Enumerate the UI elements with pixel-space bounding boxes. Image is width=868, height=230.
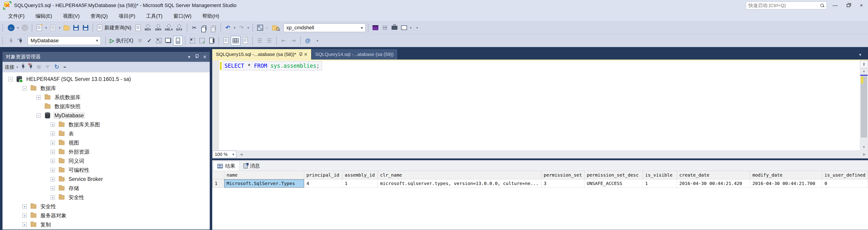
tree-item-14[interactable]: +安全性	[2, 202, 210, 211]
combo-dropdown-icon[interactable]: ▼	[360, 26, 364, 30]
grid-cell-permission_set[interactable]: 3	[541, 179, 585, 188]
tree-item-3[interactable]: 数据库快照	[2, 102, 210, 111]
results-grid[interactable]: nameprincipal_idassembly_idclr_namepermi…	[212, 171, 868, 188]
pin-icon[interactable]	[195, 54, 198, 60]
specify-template-values-button[interactable]: @	[303, 36, 313, 46]
results-tab-grid[interactable]: 结果	[213, 161, 240, 171]
results-to-text-button[interactable]	[221, 36, 231, 46]
save-button[interactable]	[71, 23, 81, 32]
comment-button[interactable]: ☰	[255, 36, 265, 46]
oe-refresh-icon[interactable]: ↻	[54, 63, 59, 70]
oe-activity-monitor-icon[interactable]: ⌁	[63, 64, 66, 70]
database-engine-query-button[interactable]	[133, 23, 143, 32]
expand-icon[interactable]: +	[51, 195, 55, 200]
toolbar-grip[interactable]	[2, 37, 4, 45]
grid-cell-create_date[interactable]: 2016-04-30 00:44:21.420	[677, 179, 750, 188]
execute-button[interactable]: ▷ 执行(X)	[110, 37, 133, 44]
expand-icon[interactable]: +	[51, 141, 55, 145]
new-item-dropdown[interactable]: ▾	[44, 26, 48, 30]
find-in-files-button[interactable]	[272, 23, 282, 32]
grid-column-header-name[interactable]: name	[224, 171, 304, 179]
grid-cell-permission_set_desc[interactable]: UNSAFE_ACCESS	[584, 179, 643, 188]
panel-menu-dropdown[interactable]: ▾	[188, 54, 190, 60]
tree-item-5[interactable]: +数据库关系图	[2, 120, 210, 129]
collapse-icon[interactable]: −	[36, 113, 41, 118]
grid-cell-modify_date[interactable]: 2016-04-30 00:44:21.700	[750, 179, 822, 188]
results-to-file-button[interactable]	[240, 36, 250, 46]
window-dropdown[interactable]: ▾	[409, 26, 413, 30]
new-query-button[interactable]: 新建查询(N)	[95, 23, 133, 32]
navigate-forward-button[interactable]: →	[20, 23, 30, 32]
search-icon[interactable]	[820, 3, 824, 7]
grid-column-header-is_visible[interactable]: is_visible	[643, 171, 677, 179]
tree-item-12[interactable]: +存储	[2, 184, 210, 193]
expand-icon[interactable]: +	[23, 204, 27, 209]
expand-icon[interactable]: +	[51, 150, 55, 154]
menu-item-7[interactable]: 帮助(H)	[197, 11, 225, 21]
paste-button[interactable]	[209, 23, 218, 32]
grid-cell-clr_name[interactable]: microsoft.sqlserver.types, version=13.0.…	[378, 179, 541, 188]
menu-item-2[interactable]: 视图(V)	[57, 11, 85, 21]
grid-column-header-principal_id[interactable]: principal_id	[304, 171, 343, 179]
display-estimated-plan-button[interactable]	[154, 36, 164, 46]
designer-dropdown[interactable]: ▾	[265, 26, 269, 30]
editor-zoom-combobox[interactable]: 100 % ▼	[212, 151, 236, 158]
tree-item-6[interactable]: +表	[2, 129, 210, 138]
grid-column-header-clr_name[interactable]: clr_name	[378, 171, 541, 179]
grid-column-header-permission_set_desc[interactable]: permission_set_desc	[584, 171, 643, 179]
object-explorer-titlebar[interactable]: 对象资源管理器 ▾ ✕	[2, 52, 210, 62]
query-button-mdx[interactable]: MDX	[143, 23, 153, 32]
connect-menu-dropdown[interactable]: ▾	[15, 65, 19, 69]
grid-column-header-rownum[interactable]	[213, 171, 224, 179]
menu-item-1[interactable]: 编辑(E)	[30, 11, 57, 21]
document-tab-0[interactable]: SQLQuery15.sql -...atabase (sa (58))*✕	[212, 49, 311, 60]
grid-column-header-modify_date[interactable]: modify_date	[750, 171, 822, 179]
results-to-grid-button[interactable]	[231, 36, 240, 46]
close-button[interactable]: ×	[855, 0, 868, 11]
activity-monitor-button[interactable]	[371, 23, 380, 32]
tree-item-15[interactable]: +服务器对象	[2, 211, 210, 220]
tree-item-7[interactable]: +视图	[2, 138, 210, 147]
command-window-button[interactable]: ›	[399, 23, 409, 32]
scrollbar-thumb[interactable]	[861, 76, 867, 138]
cancel-query-button[interactable]	[135, 36, 145, 46]
tree-item-10[interactable]: +可编程性	[2, 166, 210, 175]
grid-column-header-is_user_defined[interactable]: is_user_defined	[822, 171, 868, 179]
include-actual-plan-button[interactable]	[188, 36, 197, 46]
connect-button[interactable]	[6, 36, 16, 46]
database-combobox[interactable]: MyDatabase ▼	[28, 36, 101, 45]
split-editor-handle[interactable]: ⇕	[860, 61, 868, 68]
query-button-dmx[interactable]: DMX	[153, 23, 164, 32]
grid-cell-name[interactable]: Microsoft.SqlServer.Types	[224, 179, 304, 188]
tree-item-0[interactable]: −HELPER4A5F (SQL Server 13.0.1601.5 - sa…	[2, 75, 210, 84]
expand-icon[interactable]: +	[23, 213, 27, 218]
row-number-cell[interactable]: 1	[213, 179, 224, 188]
query-button-xmla[interactable]: XMLA	[164, 23, 174, 32]
grid-column-header-create_date[interactable]: create_date	[677, 171, 750, 179]
editor-horizontal-scrollbar[interactable]: 100 % ▼ ◀ ▶	[212, 150, 868, 159]
redo-dropdown[interactable]: ▾	[246, 26, 250, 30]
tree-item-11[interactable]: +Service Broker	[2, 175, 210, 184]
scroll-right-icon[interactable]: ▶	[861, 152, 868, 156]
undo-button[interactable]: ↶	[223, 23, 232, 32]
decrease-indent-button[interactable]: ⇤	[279, 36, 288, 46]
tree-item-9[interactable]: +同义词	[2, 156, 210, 166]
scroll-down-icon[interactable]: ▼	[860, 145, 868, 149]
scroll-up-icon[interactable]: ▲	[860, 69, 868, 73]
menu-item-0[interactable]: 文件(F)	[3, 11, 30, 21]
expand-icon[interactable]: +	[51, 186, 55, 191]
include-live-stats-button[interactable]: ✓	[197, 36, 207, 46]
query-designer-button[interactable]	[255, 23, 265, 32]
grid-cell-principal_id[interactable]: 4	[304, 179, 343, 188]
tab-pin-icon[interactable]	[300, 53, 302, 56]
tree-item-8[interactable]: +外部资源	[2, 147, 210, 156]
find-combobox[interactable]: xp_cmdshell ▼	[283, 23, 366, 32]
tree-item-16[interactable]: +复制	[2, 220, 210, 229]
oe-connect-icon[interactable]	[22, 64, 25, 70]
client-statistics-button[interactable]	[207, 36, 216, 46]
query-editor[interactable]: SELECT * FROM sys.assemblies; ⇕ ▲ ▼	[212, 61, 868, 150]
grid-cell-is_visible[interactable]: 1	[643, 179, 677, 188]
connect-menu-label[interactable]: 连接	[5, 64, 14, 70]
expand-icon[interactable]: +	[51, 132, 55, 136]
navigate-back-button[interactable]: ←	[6, 23, 16, 32]
